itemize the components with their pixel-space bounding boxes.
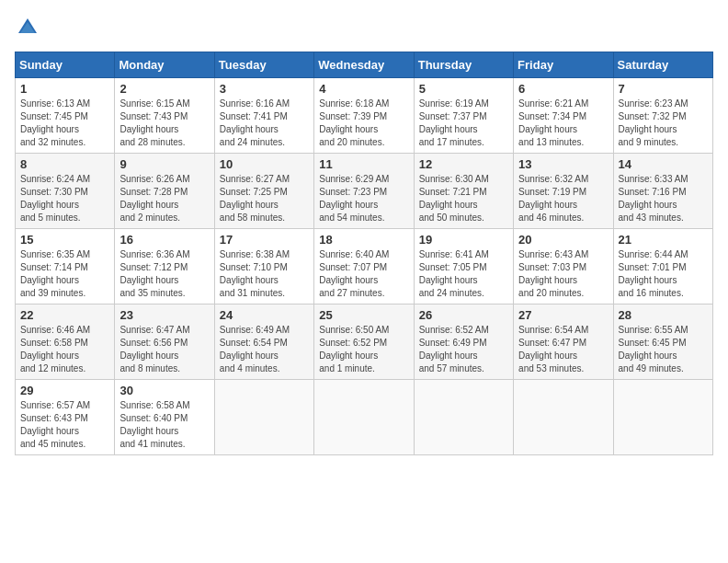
calendar-cell <box>214 380 313 455</box>
day-number: 3 <box>220 82 309 96</box>
calendar-cell: 22Sunrise: 6:46 AMSunset: 6:58 PMDayligh… <box>16 304 115 380</box>
calendar-week-row: 1Sunrise: 6:13 AMSunset: 7:45 PMDaylight… <box>16 78 713 154</box>
calendar-table: SundayMondayTuesdayWednesdayThursdayFrid… <box>15 52 713 455</box>
day-number: 18 <box>319 233 408 247</box>
day-number: 28 <box>619 308 708 322</box>
day-number: 10 <box>220 157 309 171</box>
day-info: Sunrise: 6:26 AMSunset: 7:28 PMDaylight … <box>119 174 189 223</box>
day-number: 13 <box>518 157 608 171</box>
day-number: 14 <box>619 157 708 171</box>
day-number: 8 <box>20 157 109 171</box>
calendar-cell: 18Sunrise: 6:40 AMSunset: 7:07 PMDayligh… <box>314 229 414 304</box>
calendar-cell: 21Sunrise: 6:44 AMSunset: 7:01 PMDayligh… <box>613 229 712 304</box>
day-number: 16 <box>119 233 209 247</box>
calendar-cell: 26Sunrise: 6:52 AMSunset: 6:49 PMDayligh… <box>414 304 513 380</box>
weekday-header: Thursday <box>414 52 513 78</box>
calendar-week-row: 8Sunrise: 6:24 AMSunset: 7:30 PMDaylight… <box>16 154 713 229</box>
calendar-cell: 30Sunrise: 6:58 AMSunset: 6:40 PMDayligh… <box>115 380 214 455</box>
calendar-cell: 29Sunrise: 6:57 AMSunset: 6:43 PMDayligh… <box>16 380 115 455</box>
day-info: Sunrise: 6:57 AMSunset: 6:43 PMDaylight … <box>20 400 90 449</box>
page-header <box>15 15 713 40</box>
weekday-header: Friday <box>514 52 613 78</box>
calendar-cell <box>514 380 613 455</box>
day-info: Sunrise: 6:38 AMSunset: 7:10 PMDaylight … <box>220 249 290 298</box>
calendar-cell <box>613 380 712 455</box>
day-number: 2 <box>119 82 209 96</box>
day-number: 25 <box>319 308 408 322</box>
day-info: Sunrise: 6:50 AMSunset: 6:52 PMDaylight … <box>319 325 389 373</box>
day-number: 15 <box>20 233 109 247</box>
weekday-header: Saturday <box>613 52 712 78</box>
day-number: 9 <box>119 157 209 171</box>
day-number: 22 <box>20 308 109 322</box>
day-number: 7 <box>619 82 708 96</box>
calendar-cell: 19Sunrise: 6:41 AMSunset: 7:05 PMDayligh… <box>414 229 513 304</box>
day-info: Sunrise: 6:32 AMSunset: 7:19 PMDaylight … <box>518 174 588 223</box>
day-number: 20 <box>518 233 608 247</box>
calendar-cell: 14Sunrise: 6:33 AMSunset: 7:16 PMDayligh… <box>613 154 712 229</box>
day-info: Sunrise: 6:54 AMSunset: 6:47 PMDaylight … <box>518 325 588 373</box>
day-info: Sunrise: 6:27 AMSunset: 7:25 PMDaylight … <box>220 174 290 223</box>
day-info: Sunrise: 6:35 AMSunset: 7:14 PMDaylight … <box>20 249 90 298</box>
day-info: Sunrise: 6:41 AMSunset: 7:05 PMDaylight … <box>419 249 489 298</box>
calendar-cell: 16Sunrise: 6:36 AMSunset: 7:12 PMDayligh… <box>115 229 214 304</box>
calendar-body: 1Sunrise: 6:13 AMSunset: 7:45 PMDaylight… <box>16 78 713 455</box>
day-number: 23 <box>119 308 209 322</box>
calendar-cell: 24Sunrise: 6:49 AMSunset: 6:54 PMDayligh… <box>214 304 313 380</box>
day-info: Sunrise: 6:23 AMSunset: 7:32 PMDaylight … <box>619 98 688 147</box>
day-info: Sunrise: 6:13 AMSunset: 7:45 PMDaylight … <box>20 98 90 147</box>
day-number: 30 <box>119 384 209 397</box>
calendar-cell: 3Sunrise: 6:16 AMSunset: 7:41 PMDaylight… <box>214 78 313 154</box>
day-number: 11 <box>319 157 408 171</box>
calendar-cell <box>414 380 513 455</box>
day-info: Sunrise: 6:33 AMSunset: 7:16 PMDaylight … <box>619 174 688 223</box>
day-number: 26 <box>419 308 508 322</box>
calendar-cell: 25Sunrise: 6:50 AMSunset: 6:52 PMDayligh… <box>314 304 414 380</box>
calendar-cell: 5Sunrise: 6:19 AMSunset: 7:37 PMDaylight… <box>414 78 513 154</box>
calendar-cell: 27Sunrise: 6:54 AMSunset: 6:47 PMDayligh… <box>514 304 613 380</box>
calendar-cell: 15Sunrise: 6:35 AMSunset: 7:14 PMDayligh… <box>16 229 115 304</box>
logo-icon <box>15 15 40 40</box>
calendar-cell: 23Sunrise: 6:47 AMSunset: 6:56 PMDayligh… <box>115 304 214 380</box>
weekday-header: Monday <box>115 52 214 78</box>
calendar-cell: 20Sunrise: 6:43 AMSunset: 7:03 PMDayligh… <box>514 229 613 304</box>
logo <box>15 15 44 40</box>
day-info: Sunrise: 6:24 AMSunset: 7:30 PMDaylight … <box>20 174 90 223</box>
day-info: Sunrise: 6:21 AMSunset: 7:34 PMDaylight … <box>518 98 588 147</box>
day-number: 12 <box>419 157 508 171</box>
calendar-cell: 4Sunrise: 6:18 AMSunset: 7:39 PMDaylight… <box>314 78 414 154</box>
day-info: Sunrise: 6:16 AMSunset: 7:41 PMDaylight … <box>220 98 290 147</box>
calendar-cell: 2Sunrise: 6:15 AMSunset: 7:43 PMDaylight… <box>115 78 214 154</box>
day-number: 1 <box>20 82 109 96</box>
calendar-cell: 28Sunrise: 6:55 AMSunset: 6:45 PMDayligh… <box>613 304 712 380</box>
day-info: Sunrise: 6:30 AMSunset: 7:21 PMDaylight … <box>419 174 489 223</box>
day-info: Sunrise: 6:40 AMSunset: 7:07 PMDaylight … <box>319 249 389 298</box>
calendar-cell: 11Sunrise: 6:29 AMSunset: 7:23 PMDayligh… <box>314 154 414 229</box>
weekday-header: Wednesday <box>314 52 414 78</box>
calendar-cell: 8Sunrise: 6:24 AMSunset: 7:30 PMDaylight… <box>16 154 115 229</box>
day-number: 4 <box>319 82 408 96</box>
day-info: Sunrise: 6:36 AMSunset: 7:12 PMDaylight … <box>119 249 189 298</box>
day-info: Sunrise: 6:18 AMSunset: 7:39 PMDaylight … <box>319 98 389 147</box>
calendar-cell: 7Sunrise: 6:23 AMSunset: 7:32 PMDaylight… <box>613 78 712 154</box>
calendar-header: SundayMondayTuesdayWednesdayThursdayFrid… <box>16 52 713 78</box>
day-number: 17 <box>220 233 309 247</box>
day-info: Sunrise: 6:43 AMSunset: 7:03 PMDaylight … <box>518 249 588 298</box>
day-number: 24 <box>220 308 309 322</box>
day-number: 19 <box>419 233 508 247</box>
day-number: 27 <box>518 308 608 322</box>
day-info: Sunrise: 6:55 AMSunset: 6:45 PMDaylight … <box>619 325 688 373</box>
weekday-row: SundayMondayTuesdayWednesdayThursdayFrid… <box>16 52 713 78</box>
calendar-cell: 17Sunrise: 6:38 AMSunset: 7:10 PMDayligh… <box>214 229 313 304</box>
day-info: Sunrise: 6:19 AMSunset: 7:37 PMDaylight … <box>419 98 489 147</box>
calendar-cell: 9Sunrise: 6:26 AMSunset: 7:28 PMDaylight… <box>115 154 214 229</box>
calendar-week-row: 22Sunrise: 6:46 AMSunset: 6:58 PMDayligh… <box>16 304 713 380</box>
day-info: Sunrise: 6:29 AMSunset: 7:23 PMDaylight … <box>319 174 389 223</box>
day-info: Sunrise: 6:15 AMSunset: 7:43 PMDaylight … <box>119 98 189 147</box>
calendar-week-row: 15Sunrise: 6:35 AMSunset: 7:14 PMDayligh… <box>16 229 713 304</box>
calendar-cell: 10Sunrise: 6:27 AMSunset: 7:25 PMDayligh… <box>214 154 313 229</box>
weekday-header: Tuesday <box>214 52 313 78</box>
day-number: 6 <box>518 82 608 96</box>
weekday-header: Sunday <box>16 52 115 78</box>
calendar-cell <box>314 380 414 455</box>
